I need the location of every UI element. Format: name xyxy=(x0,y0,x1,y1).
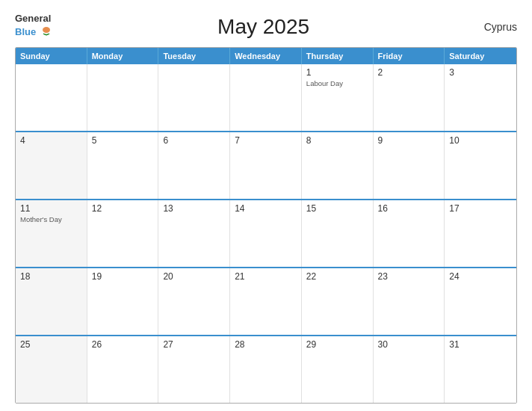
day-cell-w4-d2: 19 xyxy=(87,268,159,335)
day-cell-w2-d2: 5 xyxy=(87,132,159,199)
col-sunday: Sunday xyxy=(16,48,87,64)
day-cell-w1-d2 xyxy=(87,64,159,131)
day-cell-w5-d1: 25 xyxy=(16,336,87,403)
day-cell-w1-d3 xyxy=(158,64,230,131)
day-number: 28 xyxy=(235,339,297,350)
header: General Blue May 2025 Cyprus xyxy=(15,13,517,40)
day-number: 27 xyxy=(163,339,225,350)
country-label: Cyprus xyxy=(472,21,517,33)
day-number: 14 xyxy=(235,203,297,214)
logo-blue-text: Blue xyxy=(15,27,36,37)
day-number: 26 xyxy=(92,339,154,350)
day-number: 21 xyxy=(235,271,297,282)
page: General Blue May 2025 Cyprus xyxy=(0,0,532,411)
week-2: 45678910 xyxy=(16,132,516,200)
day-cell-w2-d7: 10 xyxy=(445,132,516,199)
week-5: 25262728293031 xyxy=(16,336,516,403)
logo-flag-icon xyxy=(38,23,55,40)
day-cell-w2-d3: 6 xyxy=(158,132,230,199)
day-number: 23 xyxy=(378,271,440,282)
calendar-header: Sunday Monday Tuesday Wednesday Thursday… xyxy=(16,48,516,64)
day-cell-w2-d4: 7 xyxy=(230,132,302,199)
day-number: 2 xyxy=(378,67,440,78)
day-number: 24 xyxy=(449,271,512,282)
day-number: 18 xyxy=(20,271,82,282)
day-number: 12 xyxy=(92,203,154,214)
day-cell-w2-d6: 9 xyxy=(374,132,445,199)
svg-point-1 xyxy=(43,27,50,33)
day-cell-w5-d5: 29 xyxy=(302,336,374,403)
col-wednesday: Wednesday xyxy=(230,48,302,64)
calendar-container: Sunday Monday Tuesday Wednesday Thursday… xyxy=(15,47,517,404)
day-number: 20 xyxy=(163,271,225,282)
day-cell-w1-d1 xyxy=(16,64,87,131)
day-cell-w3-d7: 17 xyxy=(445,200,516,267)
day-number: 1 xyxy=(306,67,368,78)
day-cell-w2-d1: 4 xyxy=(16,132,87,199)
day-cell-w4-d3: 20 xyxy=(158,268,230,335)
day-cell-w3-d5: 15 xyxy=(302,200,374,267)
day-number: 4 xyxy=(20,135,82,146)
col-monday: Monday xyxy=(87,48,159,64)
day-number: 19 xyxy=(92,271,154,282)
day-cell-w4-d5: 22 xyxy=(302,268,374,335)
day-number: 8 xyxy=(306,135,368,146)
day-number: 7 xyxy=(235,135,297,146)
day-cell-w3-d2: 12 xyxy=(87,200,159,267)
day-number: 16 xyxy=(378,203,440,214)
day-number: 9 xyxy=(378,135,440,146)
day-cell-w4-d1: 18 xyxy=(16,268,87,335)
day-number: 25 xyxy=(20,339,82,350)
day-number: 29 xyxy=(306,339,368,350)
day-cell-w5-d4: 28 xyxy=(230,336,302,403)
day-number: 10 xyxy=(449,135,512,146)
day-number: 3 xyxy=(449,67,512,78)
day-number: 5 xyxy=(92,135,154,146)
day-cell-w3-d4: 14 xyxy=(230,200,302,267)
day-number: 30 xyxy=(378,339,440,350)
day-number: 17 xyxy=(449,203,512,214)
col-tuesday: Tuesday xyxy=(158,48,230,64)
calendar-title: May 2025 xyxy=(55,15,472,39)
day-number: 13 xyxy=(163,203,225,214)
logo: General Blue xyxy=(15,13,55,40)
day-cell-w2-d5: 8 xyxy=(302,132,374,199)
day-number: 6 xyxy=(163,135,225,146)
day-number: 11 xyxy=(20,203,82,214)
day-cell-w5-d3: 27 xyxy=(158,336,230,403)
day-cell-w1-d5: 1Labour Day xyxy=(302,64,374,131)
week-4: 18192021222324 xyxy=(16,268,516,336)
col-saturday: Saturday xyxy=(445,48,516,64)
day-number: 31 xyxy=(449,339,512,350)
day-cell-w5-d7: 31 xyxy=(445,336,516,403)
day-cell-w4-d4: 21 xyxy=(230,268,302,335)
day-cell-w4-d7: 24 xyxy=(445,268,516,335)
day-cell-w3-d6: 16 xyxy=(374,200,445,267)
day-cell-w5-d6: 30 xyxy=(374,336,445,403)
col-friday: Friday xyxy=(374,48,445,64)
calendar-body: 1Labour Day234567891011Mother's Day12131… xyxy=(16,64,516,403)
week-1: 1Labour Day23 xyxy=(16,64,516,132)
day-cell-w3-d3: 13 xyxy=(158,200,230,267)
day-number: 15 xyxy=(306,203,368,214)
holiday-label: Mother's Day xyxy=(20,215,82,224)
day-cell-w4-d6: 23 xyxy=(374,268,445,335)
day-cell-w5-d2: 26 xyxy=(87,336,159,403)
logo-general-text: General xyxy=(15,13,51,23)
day-cell-w3-d1: 11Mother's Day xyxy=(16,200,87,267)
holiday-label: Labour Day xyxy=(306,79,368,88)
day-cell-w1-d7: 3 xyxy=(445,64,516,131)
col-thursday: Thursday xyxy=(302,48,374,64)
week-3: 11Mother's Day121314151617 xyxy=(16,200,516,268)
day-cell-w1-d6: 2 xyxy=(374,64,445,131)
day-number: 22 xyxy=(306,271,368,282)
day-cell-w1-d4 xyxy=(230,64,302,131)
